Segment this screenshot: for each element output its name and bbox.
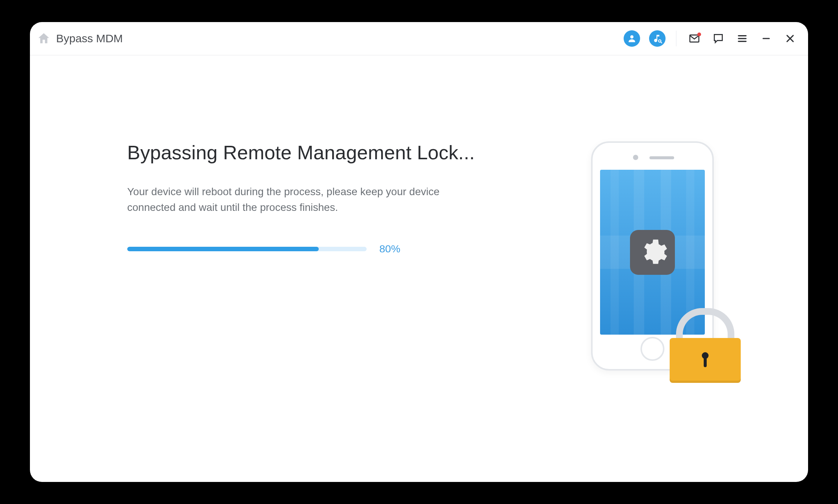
titlebar: Bypass MDM [30,22,808,55]
progress-label: 80% [379,243,400,255]
progress-bar [127,247,367,251]
page-heading: Bypassing Remote Management Lock... [127,141,524,164]
music-search-icon[interactable] [649,30,666,47]
titlebar-left: Bypass MDM [37,31,123,46]
lock-keyhole [702,352,709,359]
app-title: Bypass MDM [56,32,123,45]
close-icon[interactable] [783,31,798,46]
titlebar-right [624,30,798,47]
phone-illustration [591,141,726,377]
speech-bubble-icon[interactable] [711,31,726,46]
phone-earpiece-icon [649,156,674,159]
progress-row: 80% [127,243,524,255]
gear-icon [630,230,675,275]
account-icon[interactable] [624,30,640,47]
mail-icon[interactable] [687,31,702,46]
minimize-icon[interactable] [759,31,774,46]
phone-camera-icon [633,155,638,160]
phone-home-button-icon [640,337,664,361]
app-window: Bypass MDM [30,22,808,482]
page-subtext: Your device will reboot during the proce… [127,184,453,215]
content-area: Bypassing Remote Management Lock... Your… [30,55,808,482]
lock-body [670,338,741,383]
notification-dot-icon [697,33,701,36]
progress-fill [127,247,319,251]
home-icon[interactable] [37,31,51,46]
svg-point-0 [630,35,634,39]
svg-line-2 [661,42,662,43]
toolbar-divider [676,31,676,46]
hamburger-menu-icon[interactable] [735,31,750,46]
lock-icon [670,308,741,383]
